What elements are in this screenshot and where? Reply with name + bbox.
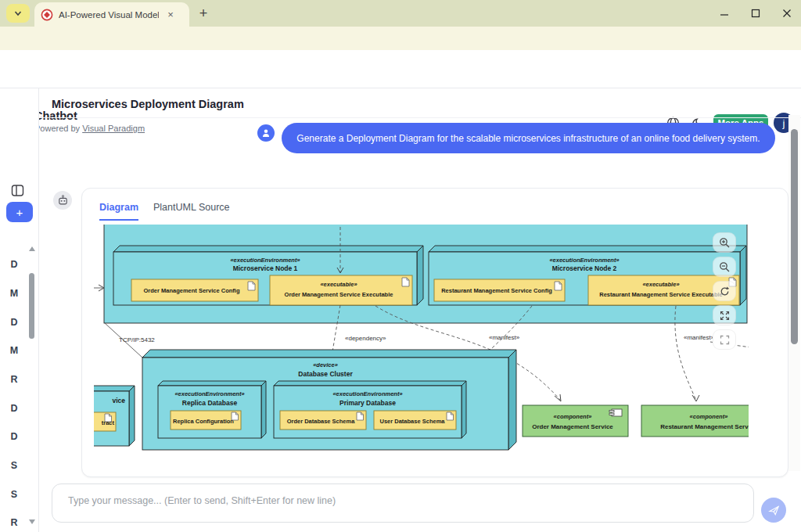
sidebar-item[interactable]: R xyxy=(0,517,28,528)
node-database-cluster: «device» Database Cluster «executionEnvi… xyxy=(142,350,516,450)
window-minimize-button[interactable] xyxy=(715,5,734,22)
artifact-user-schema: User Database Schema xyxy=(380,418,446,425)
reset-zoom-button[interactable] xyxy=(713,281,736,301)
browser-toolbar: ← → ai-toolbox.visual-paradigm.com/app/c… xyxy=(0,27,801,50)
new-tab-button[interactable]: + xyxy=(194,5,213,23)
send-button[interactable] xyxy=(761,498,786,523)
sidebar-item[interactable]: S xyxy=(0,460,28,471)
sidebar-item[interactable]: M xyxy=(0,345,28,356)
replica-name: Replica Database xyxy=(182,399,238,407)
user-message-avatar xyxy=(257,124,275,142)
maximize-icon xyxy=(751,9,760,18)
replica-stereotype: «executionEnvironment» xyxy=(174,390,244,397)
node2-stereotype: «executionEnvironment» xyxy=(549,257,619,264)
zoom-out-icon xyxy=(719,261,731,273)
reset-icon xyxy=(719,286,731,297)
component2-name: Restaurant Management Service xyxy=(660,423,749,430)
artifact-restaurant-exec-stereotype: «executable» xyxy=(642,281,679,288)
artifact-order-exec-stereotype: «executable» xyxy=(320,281,357,288)
sidebar-scroll-down-icon[interactable] xyxy=(29,519,35,524)
sidebar-item[interactable]: M xyxy=(0,288,28,299)
new-chat-button[interactable]: + xyxy=(6,202,33,222)
zoom-in-button[interactable] xyxy=(713,232,736,253)
node2-name: Microservice Node 2 xyxy=(552,264,617,272)
robot-icon xyxy=(57,195,69,207)
user-message-bubble: Generate a Deployment Diagram for the sc… xyxy=(282,123,775,153)
tab-plantuml-source[interactable]: PlantUML Source xyxy=(153,202,230,219)
sidebar-item[interactable]: D xyxy=(0,317,28,328)
device-name: Database Cluster xyxy=(298,370,353,378)
page-title: Microservices Deployment Diagram xyxy=(52,98,244,110)
bot-avatar xyxy=(53,191,72,210)
powered-by: Powered by Visual Paradigm xyxy=(34,124,145,133)
sidebar-scrollbar-thumb[interactable] xyxy=(29,273,34,339)
artifact-order-config: Order Management Service Config xyxy=(144,287,240,294)
edge-label-manifest-2: «manifest» xyxy=(684,334,715,341)
edge-label-tcp: TCP/IP:5432 xyxy=(119,336,155,343)
sidebar-scroll-up-icon[interactable] xyxy=(29,246,35,251)
sidebar-item[interactable]: R xyxy=(0,374,28,385)
fullscreen-button[interactable] xyxy=(713,329,736,350)
window-close-button[interactable] xyxy=(778,5,796,22)
artifact-order-exec-name: Order Management Service Executable xyxy=(285,291,393,298)
node-microservice-1: «executionEnvironment» Microservice Node… xyxy=(113,246,423,305)
browser-tab[interactable]: AI-Powered Visual Modeling Ch × xyxy=(34,2,189,27)
primary-stereotype: «executionEnvironment» xyxy=(332,390,402,397)
sidebar-item[interactable]: D xyxy=(0,431,28,442)
sidebar-item[interactable]: D xyxy=(0,403,28,414)
node-microservice-2: «executionEnvironment» Microservice Node… xyxy=(429,246,746,305)
app-title: Chatbot xyxy=(34,110,77,122)
browser-tab-strip: AI-Powered Visual Modeling Ch × + xyxy=(0,0,801,27)
edge-label-manifest-1: «manifest» xyxy=(489,334,520,341)
sidebar-toggle-icon[interactable] xyxy=(11,184,24,197)
component-order-management: «component» Order Management Service xyxy=(523,405,628,437)
chevron-down-icon xyxy=(13,9,23,18)
tab-close-icon[interactable]: × xyxy=(163,8,178,22)
app-header: Chatbot Powered by Visual Paradigm More … xyxy=(0,50,801,88)
message-input[interactable] xyxy=(52,483,754,523)
expand-arrows-icon xyxy=(719,310,731,322)
visual-paradigm-favicon xyxy=(41,9,53,21)
visual-paradigm-link[interactable]: Visual Paradigm xyxy=(82,124,145,133)
component-restaurant-management: «component» Restaurant Management Servic… xyxy=(641,405,749,437)
artifact-restaurant-exec-name: Restaurant Management Service Executable xyxy=(599,291,723,298)
artifact-restaurant-config: Restaurant Management Service Config xyxy=(441,287,552,294)
fullscreen-icon xyxy=(719,334,731,346)
window-maximize-button[interactable] xyxy=(746,5,765,22)
artifact-replica-config: Replica Configuration xyxy=(173,418,234,425)
diagram-viewport[interactable]: «executionEnvironment» Microservice Node… xyxy=(94,225,749,469)
node1-name: Microservice Node 1 xyxy=(233,264,298,272)
node-clipped-left: vice tract xyxy=(94,386,135,446)
primary-name: Primary Database xyxy=(339,399,396,407)
component1-name: Order Management Service xyxy=(532,423,613,430)
tab-search-button[interactable] xyxy=(6,4,30,23)
tab-title: AI-Powered Visual Modeling Ch xyxy=(59,10,159,20)
artifact-order-schema: Order Database Schema xyxy=(287,418,356,425)
node1-stereotype: «executionEnvironment» xyxy=(230,257,300,264)
minimize-icon xyxy=(720,9,729,18)
deployment-diagram: «executionEnvironment» Microservice Node… xyxy=(94,225,749,469)
device-stereotype: «device» xyxy=(313,361,338,368)
sidebar-item[interactable]: D xyxy=(0,259,28,270)
tab-diagram[interactable]: Diagram xyxy=(99,202,138,221)
zoom-in-icon xyxy=(719,237,731,249)
person-icon xyxy=(260,128,271,138)
expand-button[interactable] xyxy=(713,305,736,325)
title-divider xyxy=(40,117,801,118)
component1-stereotype: «component» xyxy=(554,413,592,420)
edge-label-dependency: «dependency» xyxy=(345,335,386,342)
sidebar-item[interactable]: S xyxy=(0,489,28,500)
clipped-node-label: vice xyxy=(112,397,125,404)
close-icon xyxy=(782,9,792,18)
zoom-out-button[interactable] xyxy=(713,257,736,277)
send-plane-icon xyxy=(768,505,780,516)
sidebar: + D M D M R D D S S R S P xyxy=(0,88,39,532)
component2-stereotype: «component» xyxy=(690,413,728,420)
main-scrollbar-thumb[interactable] xyxy=(791,129,798,344)
